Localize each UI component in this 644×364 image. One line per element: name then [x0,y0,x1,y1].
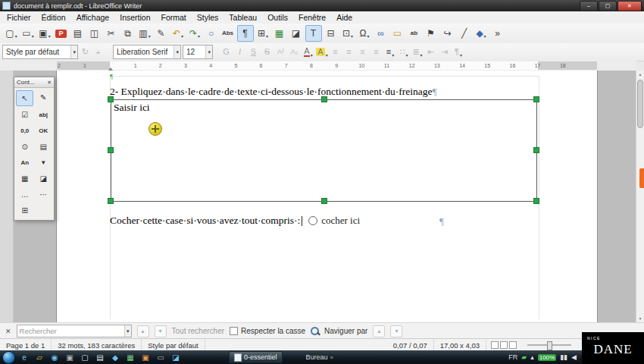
chevron-down-icon[interactable]: ▾ [174,46,180,58]
copy-icon[interactable]: ⧉ [120,26,136,41]
insert-textbox-icon[interactable]: T [305,25,322,42]
menu-item[interactable]: Format [156,13,192,22]
frame-handle[interactable] [108,198,114,204]
multi-page-view-icon[interactable] [500,341,508,349]
decrease-indent-icon[interactable]: ⇤ [425,46,437,59]
menu-item[interactable]: Outils [262,13,293,22]
toolbar-overflow-icon[interactable]: » [490,26,505,41]
frame-handle[interactable] [533,96,539,102]
tray-percent-badge[interactable]: 100% [538,354,556,361]
option-button-icon[interactable]: ⊙ [17,140,33,154]
volume-icon[interactable]: ◀ [571,353,577,361]
insert-crossref-icon[interactable]: ↪ [440,26,455,41]
bullet-list-icon[interactable]: ∷▾ [398,46,410,59]
menu-item[interactable]: Tableau [224,13,262,22]
align-center-icon[interactable]: ≡ [343,46,355,59]
page-style[interactable]: Style par défaut [142,339,205,351]
frame-handle[interactable] [533,198,539,204]
font-name-select[interactable]: Liberation Serif ▾ [113,45,181,59]
insert-bookmark-icon[interactable]: ⚑ [424,26,439,41]
page-count[interactable]: Page 1 de 1 [0,339,52,351]
insert-hyperlink-icon[interactable]: ∞ [374,26,389,41]
menu-item[interactable]: Édition [36,13,71,22]
close-button[interactable]: ✕ [617,1,642,11]
image-button-icon[interactable]: ▦ [17,171,33,186]
find-next-button[interactable]: ▼ [155,325,167,337]
text-frame[interactable]: Saisir ici [111,99,537,202]
frame-handle[interactable] [533,147,539,153]
taskbar-app-icon[interactable]: ◆ [108,352,122,363]
start-button[interactable] [2,351,15,364]
more-controls-icon[interactable]: ⋯ [36,187,52,202]
chevron-down-icon[interactable]: ▾ [70,46,77,58]
select-pointer-icon[interactable]: ↖ [16,90,33,106]
open-icon[interactable]: ▭▾ [20,26,36,41]
titlebar[interactable]: document à remplir.odt - LibreOffice Wri… [0,0,644,11]
list-box-icon[interactable]: ▤ [36,140,52,154]
page-break-icon[interactable]: ⊟ [324,26,339,41]
font-color-icon[interactable]: A▾ [302,46,314,59]
taskbar-app-icon[interactable]: ◪ [169,352,183,363]
line-spacing-icon[interactable]: ≡▾ [384,46,396,59]
zoom-slider-thumb[interactable] [547,341,552,350]
radio-label[interactable]: cocher ici [321,215,360,227]
taskbar-app-icon[interactable]: ▦ [123,352,137,363]
close-find-icon[interactable]: ✕ [5,328,11,335]
text-box-icon[interactable]: ab| [36,108,52,122]
word-count[interactable]: 32 mots, 183 caractères [52,339,142,351]
combo-box-icon[interactable]: ▼ [36,155,52,170]
italic-icon[interactable]: I [234,46,246,59]
panel-close-icon[interactable]: ✕ [47,80,52,86]
hidden-icons-button[interactable]: ▴ [530,353,534,361]
frame-handle[interactable] [108,147,114,153]
image-control-icon[interactable]: ◪ [36,171,52,186]
insert-table-icon[interactable]: ⊞▾ [255,26,270,41]
single-page-view-icon[interactable] [491,341,499,349]
form-controls-panel[interactable]: Cont... ✕ ↖ ✎ ☑ ab| 0,0 OK ⊙ [14,77,55,221]
panel-titlebar[interactable]: Cont... ✕ [14,77,54,88]
push-button-icon[interactable]: OK [36,124,52,138]
label-field-icon[interactable]: An [17,155,33,170]
taskbar-app-icon[interactable]: ▭ [154,352,167,363]
text-frame-placeholder[interactable]: Saisir ici [114,102,150,114]
paragraph-settings-icon[interactable]: ¶▾ [452,46,464,59]
cut-icon[interactable]: ✂ [104,26,119,41]
menu-item[interactable]: Styles [192,13,224,22]
chevron-down-icon[interactable]: ▾ [205,46,212,58]
frame-handle[interactable] [321,198,327,204]
taskbar-window-button[interactable]: 0-essentiel [229,351,283,363]
frame-handle[interactable] [108,96,114,102]
print-preview-icon[interactable]: ◫ [87,26,102,41]
insert-chart-icon[interactable]: ◪ [289,26,304,41]
menu-item[interactable]: Fenêtre [293,13,331,22]
table-control-icon[interactable]: ⊞ [17,203,33,218]
export-pdf-icon[interactable]: P [54,26,69,41]
insert-field-icon[interactable]: ⊡▾ [340,26,355,41]
media-player-icon[interactable]: ◉ [48,352,61,363]
check-box-icon[interactable]: ☑ [17,108,33,122]
match-case-checkbox[interactable] [230,327,238,335]
maximize-button[interactable]: ▢ [599,1,617,11]
menu-item[interactable]: Insertion [114,13,155,22]
find-replace-icon[interactable]: ○ [204,26,219,41]
print-icon[interactable]: ▤ [70,26,86,41]
find-all-button[interactable]: Tout rechercher [172,327,224,335]
menu-item[interactable]: Affichage [71,13,115,22]
scrollbar-thumb[interactable] [637,80,643,128]
formatted-field-icon[interactable]: 0,0 [17,124,33,138]
taskbar-app-icon[interactable]: ▤ [93,352,107,363]
insert-line-icon[interactable]: ╱ [457,26,472,41]
subscript-icon[interactable]: A₂ [289,46,301,59]
clone-formatting-icon[interactable]: ✎ [154,26,169,41]
formatting-marks-icon[interactable]: ¶ [237,25,254,42]
navigate-previous-button[interactable]: ▲ [373,325,385,337]
vertical-scrollbar[interactable]: ▲ ▼ [636,71,644,322]
ruler[interactable]: 21 123456789101112131415161718 [0,61,636,71]
network-icon[interactable]: ▮▮ [560,353,567,361]
frame-handle[interactable] [321,96,327,102]
zoom-slider[interactable] [527,344,571,346]
paragraph-heading[interactable]: 2- Expliquez·dans·le·cadre·de·texte·ci-d… [110,86,437,98]
new-document-icon[interactable]: ▢▾ [4,26,19,41]
search-input[interactable]: Rechercher ▾ [17,325,132,337]
navigate-next-button[interactable]: ▼ [390,325,402,337]
